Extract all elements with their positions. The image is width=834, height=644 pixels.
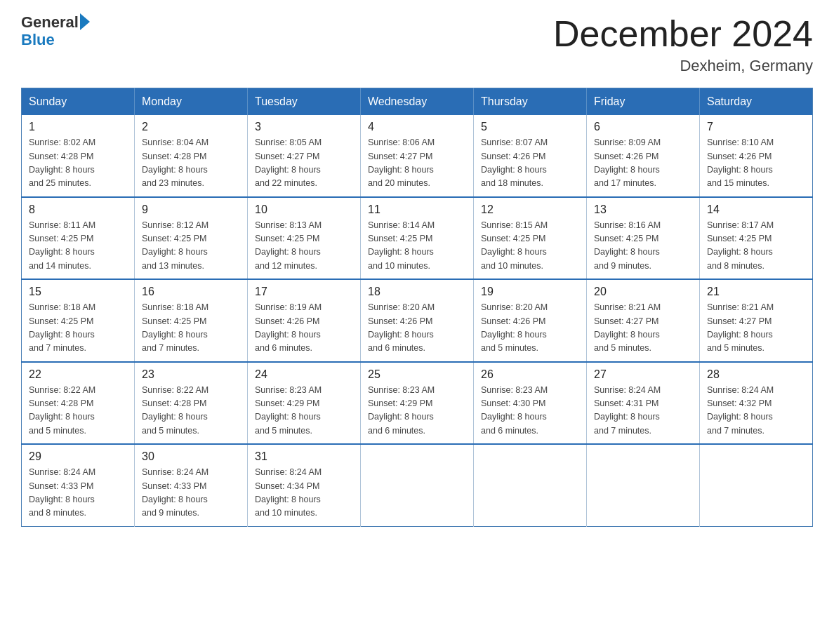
week-row-1: 1 Sunrise: 8:02 AM Sunset: 4:28 PM Dayli… bbox=[22, 115, 813, 197]
calendar-cell: 25 Sunrise: 8:23 AM Sunset: 4:29 PM Dayl… bbox=[361, 362, 474, 445]
day-number: 9 bbox=[142, 203, 240, 216]
calendar-cell: 3 Sunrise: 8:05 AM Sunset: 4:27 PM Dayli… bbox=[248, 115, 361, 197]
day-info: Sunrise: 8:21 AM Sunset: 4:27 PM Dayligh… bbox=[707, 301, 805, 356]
day-number: 30 bbox=[142, 450, 240, 463]
day-number: 29 bbox=[29, 450, 127, 463]
calendar-cell: 13 Sunrise: 8:16 AM Sunset: 4:25 PM Dayl… bbox=[587, 197, 700, 280]
day-number: 14 bbox=[707, 203, 805, 216]
calendar-cell bbox=[361, 444, 474, 526]
day-number: 18 bbox=[368, 286, 466, 298]
header-monday: Monday bbox=[135, 88, 248, 116]
day-number: 27 bbox=[594, 368, 692, 381]
day-number: 23 bbox=[142, 368, 240, 381]
day-info: Sunrise: 8:24 AM Sunset: 4:33 PM Dayligh… bbox=[29, 466, 127, 521]
day-number: 6 bbox=[594, 121, 692, 133]
day-info: Sunrise: 8:04 AM Sunset: 4:28 PM Dayligh… bbox=[142, 136, 240, 191]
day-info: Sunrise: 8:15 AM Sunset: 4:25 PM Dayligh… bbox=[481, 219, 579, 274]
calendar-body: 1 Sunrise: 8:02 AM Sunset: 4:28 PM Dayli… bbox=[22, 115, 813, 526]
calendar-cell: 8 Sunrise: 8:11 AM Sunset: 4:25 PM Dayli… bbox=[22, 197, 135, 280]
day-number: 31 bbox=[255, 450, 353, 463]
calendar-cell: 4 Sunrise: 8:06 AM Sunset: 4:27 PM Dayli… bbox=[361, 115, 474, 197]
day-info: Sunrise: 8:02 AM Sunset: 4:28 PM Dayligh… bbox=[29, 136, 127, 191]
calendar-cell: 9 Sunrise: 8:12 AM Sunset: 4:25 PM Dayli… bbox=[135, 197, 248, 280]
day-number: 4 bbox=[368, 121, 466, 133]
calendar-cell: 7 Sunrise: 8:10 AM Sunset: 4:26 PM Dayli… bbox=[700, 115, 813, 197]
day-info: Sunrise: 8:18 AM Sunset: 4:25 PM Dayligh… bbox=[142, 301, 240, 356]
page-title: December 2024 bbox=[553, 14, 813, 54]
header-wednesday: Wednesday bbox=[361, 88, 474, 116]
calendar-table: Sunday Monday Tuesday Wednesday Thursday… bbox=[21, 88, 813, 527]
calendar-cell: 28 Sunrise: 8:24 AM Sunset: 4:32 PM Dayl… bbox=[700, 362, 813, 445]
day-info: Sunrise: 8:10 AM Sunset: 4:26 PM Dayligh… bbox=[707, 136, 805, 191]
day-info: Sunrise: 8:20 AM Sunset: 4:26 PM Dayligh… bbox=[481, 301, 579, 356]
calendar-cell: 27 Sunrise: 8:24 AM Sunset: 4:31 PM Dayl… bbox=[587, 362, 700, 445]
calendar-cell: 10 Sunrise: 8:13 AM Sunset: 4:25 PM Dayl… bbox=[248, 197, 361, 280]
calendar-cell: 1 Sunrise: 8:02 AM Sunset: 4:28 PM Dayli… bbox=[22, 115, 135, 197]
week-row-3: 15 Sunrise: 8:18 AM Sunset: 4:25 PM Dayl… bbox=[22, 279, 813, 362]
week-row-4: 22 Sunrise: 8:22 AM Sunset: 4:28 PM Dayl… bbox=[22, 362, 813, 445]
day-number: 24 bbox=[255, 368, 353, 381]
header-thursday: Thursday bbox=[474, 88, 587, 116]
day-info: Sunrise: 8:22 AM Sunset: 4:28 PM Dayligh… bbox=[142, 384, 240, 438]
header-friday: Friday bbox=[587, 88, 700, 116]
day-info: Sunrise: 8:19 AM Sunset: 4:26 PM Dayligh… bbox=[255, 301, 353, 356]
calendar-cell: 16 Sunrise: 8:18 AM Sunset: 4:25 PM Dayl… bbox=[135, 279, 248, 362]
day-number: 12 bbox=[481, 203, 579, 216]
day-number: 26 bbox=[481, 368, 579, 381]
header-sunday: Sunday bbox=[22, 88, 135, 116]
calendar-cell: 2 Sunrise: 8:04 AM Sunset: 4:28 PM Dayli… bbox=[135, 115, 248, 197]
day-number: 10 bbox=[255, 203, 353, 216]
calendar-cell: 6 Sunrise: 8:09 AM Sunset: 4:26 PM Dayli… bbox=[587, 115, 700, 197]
day-info: Sunrise: 8:24 AM Sunset: 4:34 PM Dayligh… bbox=[255, 466, 353, 521]
day-number: 5 bbox=[481, 121, 579, 133]
calendar-cell bbox=[700, 444, 813, 526]
day-number: 8 bbox=[29, 203, 127, 216]
calendar-cell: 14 Sunrise: 8:17 AM Sunset: 4:25 PM Dayl… bbox=[700, 197, 813, 280]
day-number: 22 bbox=[29, 368, 127, 381]
calendar-header: Sunday Monday Tuesday Wednesday Thursday… bbox=[22, 88, 813, 116]
day-number: 7 bbox=[707, 121, 805, 133]
day-number: 2 bbox=[142, 121, 240, 133]
day-info: Sunrise: 8:13 AM Sunset: 4:25 PM Dayligh… bbox=[255, 219, 353, 274]
day-number: 21 bbox=[707, 286, 805, 298]
day-info: Sunrise: 8:23 AM Sunset: 4:29 PM Dayligh… bbox=[255, 384, 353, 438]
day-info: Sunrise: 8:18 AM Sunset: 4:25 PM Dayligh… bbox=[29, 301, 127, 356]
day-number: 17 bbox=[255, 286, 353, 298]
day-info: Sunrise: 8:24 AM Sunset: 4:32 PM Dayligh… bbox=[707, 384, 805, 438]
day-number: 25 bbox=[368, 368, 466, 381]
day-info: Sunrise: 8:12 AM Sunset: 4:25 PM Dayligh… bbox=[142, 219, 240, 274]
week-row-5: 29 Sunrise: 8:24 AM Sunset: 4:33 PM Dayl… bbox=[22, 444, 813, 526]
day-number: 20 bbox=[594, 286, 692, 298]
calendar-cell: 11 Sunrise: 8:14 AM Sunset: 4:25 PM Dayl… bbox=[361, 197, 474, 280]
calendar-cell: 18 Sunrise: 8:20 AM Sunset: 4:26 PM Dayl… bbox=[361, 279, 474, 362]
title-section: December 2024 Dexheim, Germany bbox=[553, 14, 813, 75]
day-info: Sunrise: 8:22 AM Sunset: 4:28 PM Dayligh… bbox=[29, 384, 127, 438]
day-info: Sunrise: 8:14 AM Sunset: 4:25 PM Dayligh… bbox=[368, 219, 466, 274]
calendar-cell: 21 Sunrise: 8:21 AM Sunset: 4:27 PM Dayl… bbox=[700, 279, 813, 362]
day-info: Sunrise: 8:11 AM Sunset: 4:25 PM Dayligh… bbox=[29, 219, 127, 274]
logo-triangle-icon bbox=[80, 13, 90, 30]
days-of-week-row: Sunday Monday Tuesday Wednesday Thursday… bbox=[22, 88, 813, 116]
day-info: Sunrise: 8:20 AM Sunset: 4:26 PM Dayligh… bbox=[368, 301, 466, 356]
day-info: Sunrise: 8:17 AM Sunset: 4:25 PM Dayligh… bbox=[707, 219, 805, 274]
day-number: 28 bbox=[707, 368, 805, 381]
calendar-cell: 12 Sunrise: 8:15 AM Sunset: 4:25 PM Dayl… bbox=[474, 197, 587, 280]
day-number: 11 bbox=[368, 203, 466, 216]
calendar-cell bbox=[587, 444, 700, 526]
day-number: 19 bbox=[481, 286, 579, 298]
day-info: Sunrise: 8:24 AM Sunset: 4:31 PM Dayligh… bbox=[594, 384, 692, 438]
day-number: 13 bbox=[594, 203, 692, 216]
day-info: Sunrise: 8:09 AM Sunset: 4:26 PM Dayligh… bbox=[594, 136, 692, 191]
day-info: Sunrise: 8:21 AM Sunset: 4:27 PM Dayligh… bbox=[594, 301, 692, 356]
page-subtitle: Dexheim, Germany bbox=[553, 57, 813, 75]
calendar-cell: 19 Sunrise: 8:20 AM Sunset: 4:26 PM Dayl… bbox=[474, 279, 587, 362]
day-info: Sunrise: 8:05 AM Sunset: 4:27 PM Dayligh… bbox=[255, 136, 353, 191]
day-number: 3 bbox=[255, 121, 353, 133]
header-tuesday: Tuesday bbox=[248, 88, 361, 116]
calendar-cell: 20 Sunrise: 8:21 AM Sunset: 4:27 PM Dayl… bbox=[587, 279, 700, 362]
logo-general: General bbox=[21, 14, 79, 31]
day-info: Sunrise: 8:07 AM Sunset: 4:26 PM Dayligh… bbox=[481, 136, 579, 191]
calendar-cell bbox=[474, 444, 587, 526]
day-info: Sunrise: 8:23 AM Sunset: 4:29 PM Dayligh… bbox=[368, 384, 466, 438]
calendar-cell: 5 Sunrise: 8:07 AM Sunset: 4:26 PM Dayli… bbox=[474, 115, 587, 197]
